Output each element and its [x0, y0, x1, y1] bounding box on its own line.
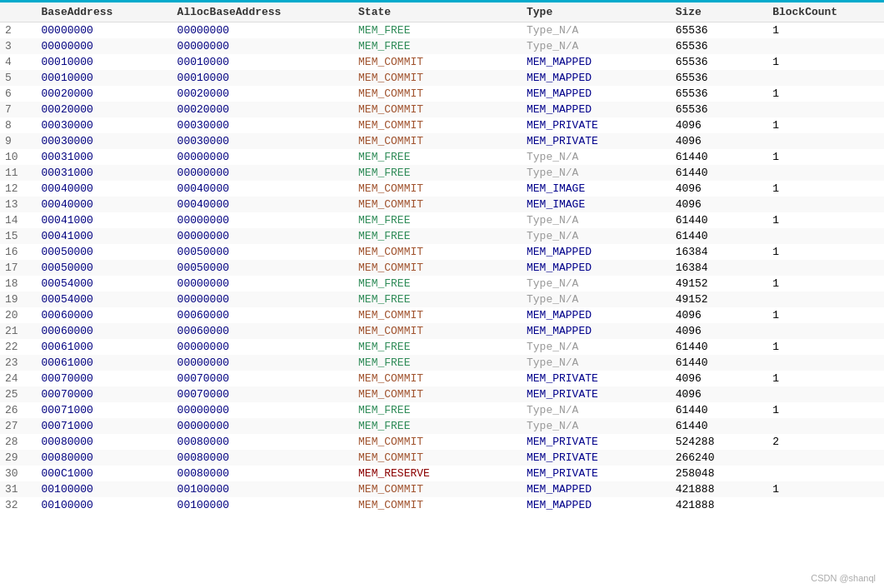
row-size: 65536: [671, 102, 768, 117]
row-linenum: 20: [0, 307, 36, 323]
row-blockcount: 1: [767, 371, 884, 386]
row-linenum: 19: [0, 292, 36, 307]
table-row: 7 00020000 00020000 MEM_COMMIT MEM_MAPPE…: [0, 102, 884, 117]
row-size: 49152: [671, 276, 768, 292]
row-blockcount: 1: [767, 244, 884, 260]
row-alloc: 00000000: [172, 212, 353, 228]
row-size: 4096: [671, 133, 768, 149]
row-size: 524288: [671, 434, 768, 450]
row-size: 258048: [671, 466, 768, 481]
table-row: 10 00031000 00000000 MEM_FREE Type_N/A 6…: [0, 149, 884, 165]
row-size: 4096: [671, 386, 768, 402]
row-base: 00030000: [36, 133, 172, 149]
row-state: MEM_RESERVE: [353, 466, 522, 481]
row-size: 4096: [671, 371, 768, 386]
table-row: 15 00041000 00000000 MEM_FREE Type_N/A 6…: [0, 228, 884, 244]
row-linenum: 24: [0, 371, 36, 386]
row-linenum: 9: [0, 133, 36, 149]
row-size: 16384: [671, 244, 768, 260]
row-base: 00000000: [36, 38, 172, 54]
row-alloc: 00040000: [172, 181, 353, 197]
row-blockcount: 1: [767, 481, 884, 497]
table-row: 29 00080000 00080000 MEM_COMMIT MEM_PRIV…: [0, 450, 884, 466]
table-row: 32 00100000 00100000 MEM_COMMIT MEM_MAPP…: [0, 497, 884, 513]
row-linenum: 11: [0, 165, 36, 181]
row-type: Type_N/A: [522, 165, 671, 181]
row-state: MEM_COMMIT: [353, 371, 522, 386]
row-blockcount: [767, 355, 884, 371]
row-base: 00054000: [36, 292, 172, 307]
row-state: MEM_COMMIT: [353, 307, 522, 323]
row-size: 4096: [671, 181, 768, 197]
row-alloc: 00070000: [172, 371, 353, 386]
row-type: Type_N/A: [522, 149, 671, 165]
row-linenum: 28: [0, 434, 36, 450]
row-type: MEM_PRIVATE: [522, 371, 671, 386]
row-type: MEM_IMAGE: [522, 181, 671, 197]
row-state: MEM_FREE: [353, 418, 522, 434]
row-type: MEM_MAPPED: [522, 102, 671, 117]
row-alloc: 00080000: [172, 434, 353, 450]
row-size: 61440: [671, 228, 768, 244]
table-row: 16 00050000 00050000 MEM_COMMIT MEM_MAPP…: [0, 244, 884, 260]
table-row: 9 00030000 00030000 MEM_COMMIT MEM_PRIVA…: [0, 133, 884, 149]
row-type: Type_N/A: [522, 38, 671, 54]
row-blockcount: 2: [767, 434, 884, 450]
row-size: 61440: [671, 212, 768, 228]
row-type: MEM_MAPPED: [522, 497, 671, 513]
row-blockcount: [767, 38, 884, 54]
row-alloc: 00030000: [172, 117, 353, 133]
row-type: MEM_IMAGE: [522, 197, 671, 212]
row-linenum: 4: [0, 54, 36, 70]
row-blockcount: 1: [767, 181, 884, 197]
row-size: 16384: [671, 260, 768, 276]
row-blockcount: [767, 292, 884, 307]
table-row: 27 00071000 00000000 MEM_FREE Type_N/A 6…: [0, 418, 884, 434]
row-base: 00061000: [36, 339, 172, 355]
row-size: 421888: [671, 497, 768, 513]
table-row: 6 00020000 00020000 MEM_COMMIT MEM_MAPPE…: [0, 86, 884, 102]
row-alloc: 00080000: [172, 466, 353, 481]
row-linenum: 10: [0, 149, 36, 165]
row-linenum: 7: [0, 102, 36, 117]
table-row: 20 00060000 00060000 MEM_COMMIT MEM_MAPP…: [0, 307, 884, 323]
header-state: State: [353, 2, 522, 22]
row-type: MEM_MAPPED: [522, 481, 671, 497]
row-base: 00070000: [36, 386, 172, 402]
table-row: 26 00071000 00000000 MEM_FREE Type_N/A 6…: [0, 402, 884, 418]
row-blockcount: 1: [767, 86, 884, 102]
row-linenum: 30: [0, 466, 36, 481]
row-blockcount: [767, 197, 884, 212]
row-alloc: 00040000: [172, 197, 353, 212]
row-state: MEM_FREE: [353, 292, 522, 307]
row-alloc: 00000000: [172, 402, 353, 418]
row-linenum: 23: [0, 355, 36, 371]
row-alloc: 00000000: [172, 38, 353, 54]
row-linenum: 32: [0, 497, 36, 513]
row-type: MEM_PRIVATE: [522, 117, 671, 133]
row-base: 00040000: [36, 181, 172, 197]
row-base: 00050000: [36, 244, 172, 260]
row-alloc: 00010000: [172, 70, 353, 86]
row-base: 00080000: [36, 434, 172, 450]
row-state: MEM_COMMIT: [353, 386, 522, 402]
row-linenum: 17: [0, 260, 36, 276]
row-base: 00061000: [36, 355, 172, 371]
row-blockcount: [767, 102, 884, 117]
row-type: Type_N/A: [522, 339, 671, 355]
row-state: MEM_COMMIT: [353, 86, 522, 102]
row-state: MEM_COMMIT: [353, 133, 522, 149]
row-state: MEM_FREE: [353, 339, 522, 355]
row-type: Type_N/A: [522, 418, 671, 434]
row-blockcount: [767, 70, 884, 86]
row-size: 61440: [671, 402, 768, 418]
row-size: 61440: [671, 355, 768, 371]
row-linenum: 29: [0, 450, 36, 466]
row-blockcount: [767, 260, 884, 276]
row-size: 4096: [671, 117, 768, 133]
row-type: MEM_MAPPED: [522, 54, 671, 70]
row-linenum: 26: [0, 402, 36, 418]
row-type: MEM_MAPPED: [522, 307, 671, 323]
row-linenum: 22: [0, 339, 36, 355]
row-state: MEM_FREE: [353, 276, 522, 292]
